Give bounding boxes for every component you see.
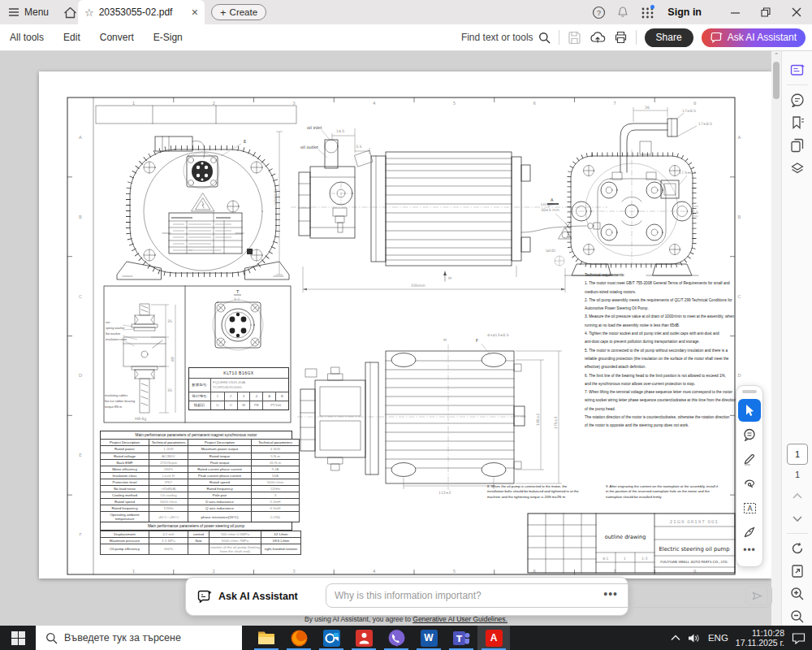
taskbar-red-app[interactable] — [348, 626, 380, 650]
taskbar-clock[interactable]: 11:10:28 17.11.2025 г. — [736, 628, 784, 648]
document-tab[interactable]: ☆ 20353055-02.pdf × — [78, 0, 205, 24]
label-a: A — [551, 197, 554, 202]
save-icon — [568, 31, 581, 45]
ai-assistant-icon — [790, 63, 806, 77]
tab-esign[interactable]: E-Sign — [153, 32, 183, 43]
dim-14-5: 14.5 — [336, 129, 344, 133]
star-icon[interactable]: ☆ — [84, 6, 94, 19]
dim-88: 88 — [171, 357, 175, 362]
scrollbar-thumb[interactable] — [773, 62, 780, 99]
taskbar-outlook[interactable] — [315, 626, 348, 650]
tab-close-icon[interactable]: × — [192, 6, 198, 19]
send-button[interactable] — [745, 586, 768, 605]
create-button[interactable]: + Create — [211, 4, 266, 20]
taskbar-acrobat-active[interactable]: A — [477, 626, 510, 650]
wire-label: 线标识: — [189, 401, 211, 410]
comments-panel-button[interactable] — [782, 89, 812, 111]
search-icon — [45, 632, 58, 644]
ask-ai-assistant-button[interactable]: Ask AI Assistant — [702, 28, 806, 47]
action-center-button[interactable] — [792, 632, 806, 644]
clock-time: 11:10:28 — [736, 628, 784, 638]
taskbar-file-explorer[interactable] — [250, 626, 283, 650]
label-t: T — [235, 289, 240, 294]
bell-icon — [616, 6, 629, 19]
vertical-scrollbar[interactable]: ⌃ — [771, 50, 781, 626]
svg-text:E: E — [79, 453, 82, 457]
sign-tool-button[interactable] — [738, 521, 761, 544]
rail-ai-assistant-button[interactable] — [782, 58, 812, 81]
home-button[interactable] — [63, 6, 77, 19]
scroll-up-arrow[interactable]: ⌃ — [772, 52, 780, 60]
previous-page-button[interactable] — [782, 484, 812, 507]
more-tools-button[interactable]: ••• — [743, 544, 756, 556]
terminal-labels: nutspring washerflat washerinsulation co… — [106, 320, 135, 343]
tray-expand-button[interactable] — [671, 635, 680, 641]
label-e: E — [244, 139, 246, 144]
close-window-button[interactable] — [781, 0, 812, 24]
notifications-button[interactable] — [611, 0, 635, 24]
start-button[interactable] — [0, 626, 36, 650]
sign-in-button[interactable]: Sign in — [667, 6, 702, 18]
product-name: Electric steering oil pump — [659, 546, 729, 552]
matching-values: FQ14HM-VS15.4GA YCXFD4DXL0000 — [211, 379, 288, 392]
pages-icon — [790, 138, 805, 153]
view-bottom: 112±2 145±2 175±3 M F 4×ø13±0.5 — [297, 333, 562, 495]
add-text-tool-button[interactable]: A — [738, 496, 761, 519]
help-icon: ? — [592, 6, 606, 20]
share-button[interactable]: Share — [645, 28, 693, 47]
select-tool-button[interactable] — [738, 399, 761, 422]
guidelines-link[interactable]: Generative AI User Guidelines. — [412, 615, 508, 623]
restore-button[interactable] — [750, 0, 781, 24]
taskbar-viber[interactable] — [380, 626, 412, 650]
ai-bar-more-button[interactable]: ••• — [603, 587, 618, 600]
ai-question-input[interactable]: Why is this information important? — [326, 583, 772, 608]
menu-button[interactable]: Menu — [8, 6, 49, 18]
zoom-out-button[interactable] — [782, 605, 812, 628]
document-area: 1122334455667788AABBCCDDEEFF — [0, 50, 771, 626]
language-indicator[interactable]: ENG — [708, 633, 728, 643]
rotate-page-button[interactable] — [782, 537, 812, 560]
ai-bar-header[interactable]: Ask AI Assistant — [197, 590, 298, 603]
highlight-tool-button[interactable] — [738, 448, 761, 470]
drawing-title: outline drawing — [605, 534, 646, 540]
connector-model: KLT10 B16GX — [189, 368, 288, 378]
svg-text:C: C — [738, 294, 741, 299]
page-navigation: 1 1 — [782, 444, 812, 628]
drag-handle[interactable] — [742, 390, 757, 393]
divider — [636, 30, 637, 45]
comment-tool-button[interactable] — [738, 423, 761, 446]
taskbar-search-box[interactable]: Въведете тук за търсене — [36, 626, 242, 650]
connector-table: KLT10 B16GX 配套型号: FQ14HM-VS15.4GA YCXFD4… — [188, 367, 289, 410]
save-button[interactable] — [568, 31, 581, 45]
label-f: F — [476, 338, 478, 343]
layers-panel-button[interactable] — [782, 157, 812, 180]
comment-tool-icon — [743, 428, 757, 441]
next-page-button[interactable] — [782, 507, 812, 530]
volume-button[interactable] — [688, 633, 701, 644]
fit-page-button[interactable] — [782, 560, 812, 583]
bookmarks-panel-button[interactable] — [782, 111, 812, 134]
outlook-icon — [323, 630, 340, 647]
restore-icon — [761, 7, 771, 17]
find-text-button[interactable]: Find text or tools — [461, 32, 551, 44]
pages-panel-button[interactable] — [782, 134, 812, 157]
screen: { "window": { "menu_label": "Menu", "tab… — [0, 0, 812, 650]
help-button[interactable]: ? — [586, 0, 611, 24]
print-button[interactable] — [614, 31, 628, 44]
word-icon: W — [421, 630, 438, 647]
taskbar-firefox[interactable] — [283, 626, 315, 650]
zoom-in-button[interactable] — [782, 583, 812, 605]
taskbar-teams[interactable]: T — [445, 626, 477, 650]
tab-all-tools[interactable]: All tools — [10, 32, 44, 43]
taskbar-word[interactable]: W — [412, 626, 445, 650]
upload-cloud-button[interactable] — [590, 31, 606, 44]
apps-grid-button[interactable] — [635, 0, 659, 24]
page-number-input[interactable]: 1 — [787, 444, 808, 465]
tab-convert[interactable]: Convert — [100, 32, 134, 43]
view-side: oil inlet oil outlet 14.5 3.5 Len — [291, 125, 607, 292]
minimize-button[interactable] — [719, 0, 750, 24]
tab-edit[interactable]: Edit — [63, 32, 80, 43]
svg-text:?: ? — [597, 9, 601, 17]
draw-tool-button[interactable] — [738, 472, 761, 495]
ai-chat-icon — [197, 590, 212, 603]
